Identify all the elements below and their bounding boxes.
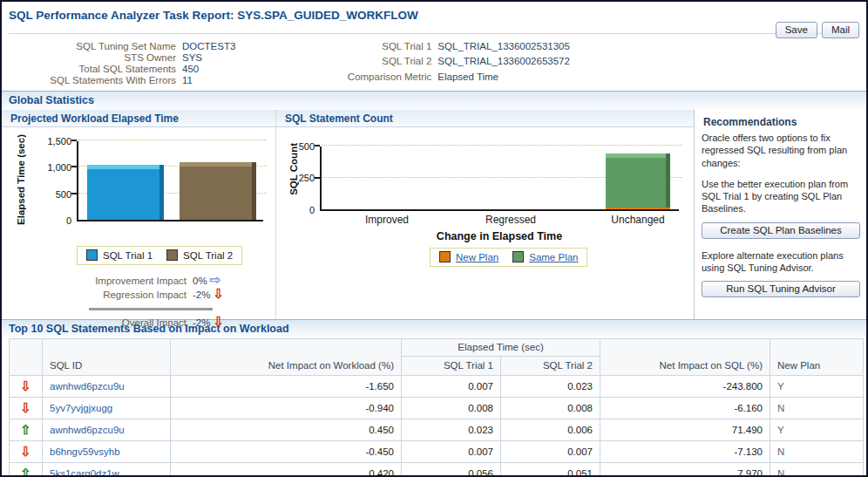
page-header: SQL Performance Analyzer Task Report: SY… (2, 2, 866, 31)
net-impact-workload-cell: -0.450 (171, 441, 402, 463)
recommendation-option2-text: Explore alternate execution plans using … (702, 249, 859, 275)
sql-id-link[interactable]: 5yv7yvjgjxugg (50, 403, 112, 413)
mail-button[interactable]: Mail (822, 22, 859, 38)
y-tick (71, 166, 77, 167)
count-chart-title: SQL Statement Count (276, 110, 694, 127)
net-impact-sql-cell: -7.130 (600, 441, 770, 463)
improvement-impact-row: Improvement Impact 0% ⇨ (2, 274, 275, 288)
sql-id-column-header: SQL ID (43, 339, 171, 376)
gridline (78, 140, 267, 140)
count-chart-x-axis-label: Change in Elapsed Time (320, 230, 679, 242)
overall-impact-row: Overall Impact -2% ⇩ (2, 316, 275, 330)
table-row: ⇩ b6hngv59vsyhb -0.450 0.007 0.007 -7.13… (10, 441, 864, 463)
sql-id-link[interactable]: awnhwd6pzcu9u (50, 381, 125, 392)
trial1-elapsed-cell: 0.056 (402, 463, 501, 477)
summary-right-group: SQL Trial 1 SQL_TRIAL_1336002531305 SQL … (318, 41, 570, 85)
legend-item-same-plan: Same Plan (512, 251, 578, 262)
net-impact-sql-cell: 71.490 (600, 419, 770, 441)
workload-chart-legend: SQL Trial 1 SQL Trial 2 (77, 246, 275, 265)
trial2-elapsed-cell: 0.006 (501, 419, 600, 441)
field-label: SQL Trial 2 (318, 56, 431, 70)
impact-label: Regression Impact (2, 288, 186, 302)
y-tick (71, 140, 77, 141)
sql-id-link[interactable]: 5ks1carg0dz1w (50, 468, 119, 477)
x-category-regressed: Regressed (463, 214, 559, 226)
trial2-elapsed-cell: 0.008 (501, 398, 600, 419)
run-sql-tuning-advisor-button[interactable]: Run SQL Tuning Advisor (702, 281, 860, 297)
net-impact-sql-column-header: Net Impact on SQL (%) (600, 339, 770, 376)
trend-column-header (10, 339, 43, 376)
sql-tuning-set-name-value: DOCTEST3 (182, 41, 235, 51)
field-label: SQL Trial 1 (318, 41, 431, 55)
net-impact-workload-cell: 0.420 (171, 463, 402, 477)
y-tick-label: 500 (56, 189, 71, 200)
comparison-metric-value: Elapsed Time (437, 72, 570, 85)
trial1-elapsed-cell: 0.007 (402, 376, 501, 398)
summary-left-group: SQL Tuning Set Name DOCTEST3 STS Owner S… (9, 41, 235, 85)
count-chart: SQL Count 0 250 500 Improved Regressed (276, 127, 694, 317)
impact-divider (89, 308, 213, 310)
sts-owner-value: SYS (182, 52, 235, 63)
x-category-improved: Improved (339, 214, 435, 226)
y-tick-label: 250 (299, 173, 315, 183)
table-row: ⇩ awnhwd6pzcu9u -1.650 0.007 0.023 -243.… (10, 376, 864, 398)
new-plan-cell: N (770, 441, 864, 463)
page-title: SQL Performance Analyzer Task Report: SY… (9, 9, 858, 22)
new-plan-link[interactable]: New Plan (456, 252, 498, 262)
count-bar-newplan (606, 208, 670, 209)
trend-icon: ⇩ (20, 444, 31, 459)
impact-summary: Improvement Impact 0% ⇨ Regression Impac… (2, 274, 275, 330)
sql-trial-2-value: SQL_TRIAL_1336002653572 (437, 56, 570, 70)
impact-label: Overall Impact (2, 316, 186, 330)
same-plan-link[interactable]: Same Plan (529, 252, 578, 262)
same-plan-swatch-icon (512, 251, 524, 262)
recommendations-title: Recommendations (703, 116, 859, 128)
y-tick (315, 145, 320, 147)
trial1-elapsed-cell: 0.007 (402, 441, 501, 463)
new-plan-cell: Y (770, 376, 864, 398)
net-impact-workload-cell: -1.650 (171, 376, 402, 398)
y-tick (315, 177, 320, 179)
trend-icon: ⇩ (20, 378, 31, 393)
elapsed-time-group-header: Elapsed Time (sec) (402, 339, 600, 357)
net-impact-workload-cell: 0.450 (171, 419, 402, 441)
new-plan-cell: Y (770, 419, 864, 441)
y-tick (71, 193, 77, 194)
workload-elapsed-time-panel: Projected Workload Elapsed Time Elapsed … (2, 110, 275, 319)
net-impact-workload-cell: -0.940 (171, 398, 402, 419)
net-impact-workload-column-header: Net Impact on Workload (%) (171, 339, 402, 376)
improvement-impact-value: 0% (193, 274, 207, 288)
workload-chart-plot-area: 0 500 1,000 1,500 (77, 141, 263, 221)
y-tick-label: 0 (309, 205, 315, 215)
create-sql-plan-baselines-button[interactable]: Create SQL Plan Baselines (702, 222, 860, 239)
sql-id-link[interactable]: awnhwd6pzcu9u (50, 425, 125, 435)
report-summary: SQL Tuning Set Name DOCTEST3 STS Owner S… (2, 34, 866, 91)
trial2-elapsed-cell: 0.023 (501, 376, 600, 398)
sql-id-link[interactable]: b6hngv59vsyhb (50, 446, 120, 457)
field-label: Total SQL Statements (9, 64, 176, 74)
workload-chart: Elapsed Time (sec) 0 500 1,000 1,500 (2, 127, 275, 239)
down-arrow-icon: ⇩ (213, 288, 224, 302)
recommendations-intro: Oracle offers two options to fix regress… (702, 132, 859, 169)
spa-task-report-window: SQL Performance Analyzer Task Report: SY… (0, 0, 868, 477)
field-label: STS Owner (9, 52, 176, 63)
workload-bar-0 (87, 165, 164, 220)
legend-label: SQL Trial 2 (183, 250, 233, 261)
gridline (322, 145, 682, 146)
y-tick-label: 500 (299, 141, 315, 152)
sql-trial-1-value: SQL_TRIAL_1336002531305 (437, 41, 570, 55)
top10-sql-table: SQL ID Net Impact on Workload (%) Elapse… (9, 338, 864, 477)
table-header-group-row: SQL ID Net Impact on Workload (%) Elapse… (10, 339, 864, 357)
trend-icon: ⇧ (20, 466, 31, 477)
net-impact-sql-cell: -6.160 (600, 398, 770, 419)
trial1-elapsed-cell: 0.023 (402, 419, 501, 441)
save-button[interactable]: Save (776, 22, 817, 38)
toolbar: Save Mail (776, 22, 859, 38)
new-plan-cell: N (770, 463, 864, 477)
field-label: Comparison Metric (318, 72, 431, 85)
regression-impact-row: Regression Impact -2% ⇩ (2, 288, 275, 302)
impact-label: Improvement Impact (2, 274, 186, 288)
trial1-elapsed-cell: 0.008 (402, 398, 501, 419)
trial2-column-header: SQL Trial 2 (501, 357, 600, 376)
trial2-swatch-icon (166, 249, 178, 261)
